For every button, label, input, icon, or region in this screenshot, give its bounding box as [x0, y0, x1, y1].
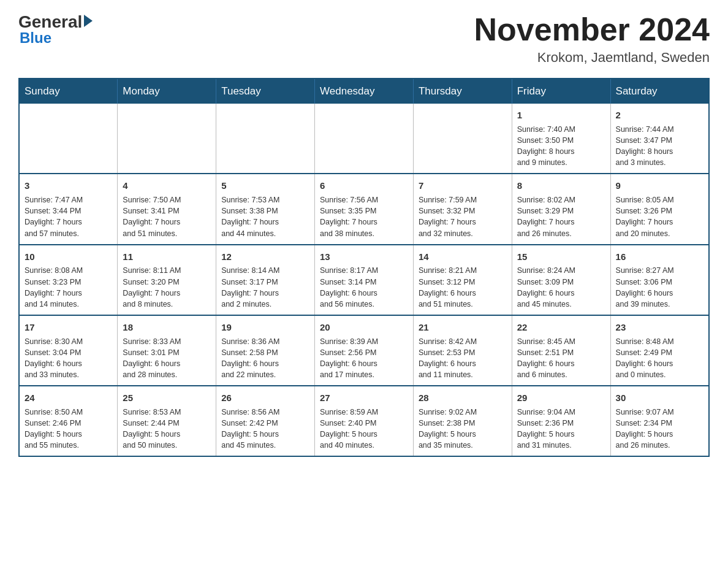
day-info: Sunrise: 8:21 AM Sunset: 3:12 PM Dayligh…: [419, 265, 507, 310]
day-number: 12: [221, 250, 309, 264]
day-number: 23: [616, 321, 703, 334]
logo-blue-text: Blue: [18, 29, 51, 47]
calendar-cell: 24Sunrise: 8:50 AM Sunset: 2:46 PM Dayli…: [19, 386, 118, 456]
calendar-cell: 9Sunrise: 8:05 AM Sunset: 3:26 PM Daylig…: [610, 174, 709, 244]
day-number: 19: [221, 321, 309, 334]
day-number: 30: [616, 391, 703, 405]
calendar-cell: 16Sunrise: 8:27 AM Sunset: 3:06 PM Dayli…: [610, 245, 709, 315]
day-info: Sunrise: 8:33 AM Sunset: 3:01 PM Dayligh…: [123, 336, 211, 381]
calendar-cell: 11Sunrise: 8:11 AM Sunset: 3:20 PM Dayli…: [118, 245, 216, 315]
day-number: 10: [25, 250, 112, 264]
calendar-cell: 6Sunrise: 7:56 AM Sunset: 3:35 PM Daylig…: [315, 174, 414, 244]
day-info: Sunrise: 9:07 AM Sunset: 2:34 PM Dayligh…: [616, 407, 703, 451]
day-info: Sunrise: 7:53 AM Sunset: 3:38 PM Dayligh…: [221, 194, 309, 239]
day-number: 7: [419, 179, 507, 193]
calendar-cell: 21Sunrise: 8:42 AM Sunset: 2:53 PM Dayli…: [413, 315, 512, 386]
day-number: 24: [25, 391, 112, 405]
calendar-cell: 23Sunrise: 8:48 AM Sunset: 2:49 PM Dayli…: [610, 315, 709, 386]
month-title: November 2024: [474, 12, 710, 47]
day-info: Sunrise: 8:53 AM Sunset: 2:44 PM Dayligh…: [123, 407, 211, 451]
calendar-cell: 30Sunrise: 9:07 AM Sunset: 2:34 PM Dayli…: [610, 386, 709, 456]
calendar-cell: 28Sunrise: 9:02 AM Sunset: 2:38 PM Dayli…: [413, 386, 512, 456]
day-info: Sunrise: 8:45 AM Sunset: 2:51 PM Dayligh…: [517, 336, 605, 381]
day-number: 6: [320, 179, 408, 193]
calendar-cell: 2Sunrise: 7:44 AM Sunset: 3:47 PM Daylig…: [610, 104, 709, 174]
day-info: Sunrise: 8:59 AM Sunset: 2:40 PM Dayligh…: [320, 407, 408, 451]
calendar-cell: 29Sunrise: 9:04 AM Sunset: 2:36 PM Dayli…: [512, 386, 610, 456]
day-info: Sunrise: 8:05 AM Sunset: 3:26 PM Dayligh…: [616, 194, 703, 239]
calendar-table: SundayMondayTuesdayWednesdayThursdayFrid…: [18, 78, 710, 457]
day-number: 3: [25, 179, 112, 193]
calendar-cell: [19, 104, 118, 174]
calendar-cell: 12Sunrise: 8:14 AM Sunset: 3:17 PM Dayli…: [216, 245, 315, 315]
day-number: 11: [123, 250, 211, 264]
calendar-cell: 26Sunrise: 8:56 AM Sunset: 2:42 PM Dayli…: [216, 386, 315, 456]
day-info: Sunrise: 8:24 AM Sunset: 3:09 PM Dayligh…: [517, 265, 605, 310]
calendar-cell: 1Sunrise: 7:40 AM Sunset: 3:50 PM Daylig…: [512, 104, 610, 174]
day-number: 9: [616, 179, 703, 193]
day-info: Sunrise: 8:42 AM Sunset: 2:53 PM Dayligh…: [419, 336, 507, 381]
logo: General Blue: [18, 12, 93, 47]
day-number: 25: [123, 391, 211, 405]
calendar-cell: 27Sunrise: 8:59 AM Sunset: 2:40 PM Dayli…: [315, 386, 414, 456]
day-info: Sunrise: 8:02 AM Sunset: 3:29 PM Dayligh…: [517, 194, 605, 239]
calendar-cell: 20Sunrise: 8:39 AM Sunset: 2:56 PM Dayli…: [315, 315, 414, 386]
calendar-week-row: 17Sunrise: 8:30 AM Sunset: 3:04 PM Dayli…: [19, 315, 709, 386]
day-number: 29: [517, 391, 605, 405]
day-number: 20: [320, 321, 408, 334]
calendar-header-sunday: Sunday: [19, 79, 118, 104]
calendar-header-row: SundayMondayTuesdayWednesdayThursdayFrid…: [19, 79, 709, 104]
day-info: Sunrise: 9:04 AM Sunset: 2:36 PM Dayligh…: [517, 407, 605, 451]
day-number: 4: [123, 179, 211, 193]
day-info: Sunrise: 9:02 AM Sunset: 2:38 PM Dayligh…: [419, 407, 507, 451]
calendar-cell: 13Sunrise: 8:17 AM Sunset: 3:14 PM Dayli…: [315, 245, 414, 315]
day-info: Sunrise: 8:50 AM Sunset: 2:46 PM Dayligh…: [25, 407, 112, 451]
calendar-header-wednesday: Wednesday: [315, 79, 414, 104]
day-info: Sunrise: 7:56 AM Sunset: 3:35 PM Dayligh…: [320, 194, 408, 239]
day-info: Sunrise: 7:47 AM Sunset: 3:44 PM Dayligh…: [25, 194, 112, 239]
page-header: General Blue November 2024 Krokom, Jaemt…: [18, 12, 710, 66]
calendar-header-monday: Monday: [118, 79, 216, 104]
day-number: 18: [123, 321, 211, 334]
day-number: 1: [517, 109, 605, 122]
day-number: 15: [517, 250, 605, 264]
day-number: 27: [320, 391, 408, 405]
calendar-cell: 14Sunrise: 8:21 AM Sunset: 3:12 PM Dayli…: [413, 245, 512, 315]
calendar-cell: [413, 104, 512, 174]
logo-arrow-icon: [84, 15, 93, 27]
day-info: Sunrise: 8:08 AM Sunset: 3:23 PM Dayligh…: [25, 265, 112, 310]
day-info: Sunrise: 8:27 AM Sunset: 3:06 PM Dayligh…: [616, 265, 703, 310]
calendar-cell: 7Sunrise: 7:59 AM Sunset: 3:32 PM Daylig…: [413, 174, 512, 244]
calendar-cell: 4Sunrise: 7:50 AM Sunset: 3:41 PM Daylig…: [118, 174, 216, 244]
day-info: Sunrise: 7:40 AM Sunset: 3:50 PM Dayligh…: [517, 124, 605, 169]
day-number: 13: [320, 250, 408, 264]
day-info: Sunrise: 7:59 AM Sunset: 3:32 PM Dayligh…: [419, 194, 507, 239]
calendar-cell: 10Sunrise: 8:08 AM Sunset: 3:23 PM Dayli…: [19, 245, 118, 315]
day-info: Sunrise: 8:11 AM Sunset: 3:20 PM Dayligh…: [123, 265, 211, 310]
day-info: Sunrise: 8:14 AM Sunset: 3:17 PM Dayligh…: [221, 265, 309, 310]
calendar-cell: [216, 104, 315, 174]
day-info: Sunrise: 7:44 AM Sunset: 3:47 PM Dayligh…: [616, 124, 703, 169]
day-number: 17: [25, 321, 112, 334]
calendar-week-row: 3Sunrise: 7:47 AM Sunset: 3:44 PM Daylig…: [19, 174, 709, 244]
calendar-week-row: 1Sunrise: 7:40 AM Sunset: 3:50 PM Daylig…: [19, 104, 709, 174]
day-info: Sunrise: 8:36 AM Sunset: 2:58 PM Dayligh…: [221, 336, 309, 381]
day-info: Sunrise: 7:50 AM Sunset: 3:41 PM Dayligh…: [123, 194, 211, 239]
calendar-cell: 22Sunrise: 8:45 AM Sunset: 2:51 PM Dayli…: [512, 315, 610, 386]
calendar-cell: [118, 104, 216, 174]
day-info: Sunrise: 8:39 AM Sunset: 2:56 PM Dayligh…: [320, 336, 408, 381]
day-info: Sunrise: 8:17 AM Sunset: 3:14 PM Dayligh…: [320, 265, 408, 310]
day-number: 22: [517, 321, 605, 334]
calendar-header-friday: Friday: [512, 79, 610, 104]
day-number: 16: [616, 250, 703, 264]
day-info: Sunrise: 8:56 AM Sunset: 2:42 PM Dayligh…: [221, 407, 309, 451]
day-number: 21: [419, 321, 507, 334]
calendar-cell: 19Sunrise: 8:36 AM Sunset: 2:58 PM Dayli…: [216, 315, 315, 386]
day-number: 5: [221, 179, 309, 193]
calendar-cell: [315, 104, 414, 174]
day-number: 26: [221, 391, 309, 405]
day-info: Sunrise: 8:30 AM Sunset: 3:04 PM Dayligh…: [25, 336, 112, 381]
day-info: Sunrise: 8:48 AM Sunset: 2:49 PM Dayligh…: [616, 336, 703, 381]
calendar-cell: 5Sunrise: 7:53 AM Sunset: 3:38 PM Daylig…: [216, 174, 315, 244]
location-title: Krokom, Jaemtland, Sweden: [474, 50, 710, 66]
